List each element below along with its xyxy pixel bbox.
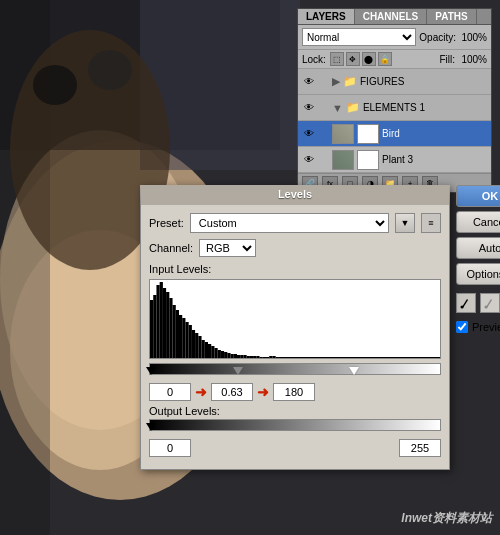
levels-dialog-title: Levels (141, 188, 449, 200)
layer-item-elements1[interactable]: 👁 ▼ 📁 ELEMENTS 1 (298, 95, 491, 121)
svg-rect-29 (208, 344, 211, 358)
input-slider-track[interactable] (149, 363, 441, 375)
lock-dotted-icon[interactable]: ⬚ (330, 52, 344, 66)
output-black-field[interactable] (149, 439, 191, 457)
svg-rect-48 (269, 356, 272, 358)
gamma-slider[interactable] (233, 367, 243, 375)
output-white-field[interactable] (399, 439, 441, 457)
svg-rect-34 (224, 352, 227, 358)
visibility-icon-figures[interactable]: 👁 (302, 75, 316, 89)
svg-rect-30 (211, 346, 214, 358)
levels-dialog-wrapper: Levels Preset: Custom Default Increase C… (140, 185, 500, 470)
svg-rect-50 (276, 357, 279, 358)
opacity-label: Opacity: (419, 32, 456, 43)
watermark: Inwet资料素材站 (401, 510, 492, 527)
tab-channels[interactable]: CHANNELS (355, 9, 428, 24)
preset-label: Preset: (149, 217, 184, 229)
preset-dropdown-arrow[interactable]: ▼ (395, 213, 415, 233)
svg-rect-25 (195, 333, 198, 358)
layer-mask-bird (357, 124, 379, 144)
gray-eyedropper-btn[interactable] (480, 293, 500, 313)
layers-tabs: LAYERS CHANNELS PATHS (298, 9, 491, 25)
visibility-icon-plant3[interactable]: 👁 (302, 153, 316, 167)
layer-name-figures: FIGURES (360, 76, 487, 87)
svg-rect-23 (189, 325, 192, 358)
layers-controls: Normal Opacity: 100% (298, 25, 491, 50)
channel-select[interactable]: RGB Red Green Blue (199, 239, 256, 257)
svg-point-53 (485, 306, 488, 309)
preset-select[interactable]: Custom Default Increase Contrast 1 Light… (190, 213, 389, 233)
svg-rect-40 (243, 355, 246, 358)
options-button[interactable]: Options... (456, 263, 500, 285)
input-white-field[interactable] (273, 383, 315, 401)
black-point-slider[interactable] (146, 367, 156, 375)
svg-rect-26 (198, 336, 201, 358)
black-eyedropper-btn[interactable] (456, 293, 476, 313)
visibility-icon-bird[interactable]: 👁 (302, 127, 316, 141)
lock-row: Lock: ⬚ ✥ ⬤ 🔒 Fill: 100% (298, 50, 491, 69)
input-black-field[interactable] (149, 383, 191, 401)
histogram-area (149, 279, 441, 359)
arrow-black-to-gamma: ➜ (195, 384, 207, 400)
blend-mode-select[interactable]: Normal (302, 28, 416, 46)
svg-rect-31 (214, 348, 217, 358)
fill-label: Fill: (439, 54, 455, 65)
svg-rect-44 (256, 356, 259, 358)
svg-rect-14 (160, 282, 163, 358)
output-slider-track[interactable] (149, 419, 441, 431)
svg-rect-39 (240, 355, 243, 358)
input-gamma-field[interactable] (211, 383, 253, 401)
folder-figures: 📁 (343, 75, 357, 88)
layer-name-plant3: Plant 3 (382, 154, 487, 165)
channel-label: Channel: (149, 242, 193, 254)
ok-button[interactable]: OK (456, 185, 500, 207)
svg-rect-36 (231, 354, 234, 358)
preview-row: Preview (456, 321, 500, 333)
svg-rect-28 (205, 342, 208, 358)
preset-options-icon[interactable]: ≡ (421, 213, 441, 233)
output-slider-container (149, 419, 441, 435)
svg-rect-12 (153, 295, 156, 358)
layer-item-figures[interactable]: 👁 ▶ 📁 FIGURES (298, 69, 491, 95)
cancel-button[interactable]: Cancel (456, 211, 500, 233)
lock-icons: ⬚ ✥ ⬤ 🔒 (330, 52, 392, 66)
svg-rect-13 (156, 285, 159, 358)
folder-elements1: 📁 (346, 101, 360, 114)
svg-rect-24 (192, 330, 195, 358)
svg-rect-17 (169, 298, 172, 358)
levels-main-panel: Levels Preset: Custom Default Increase C… (140, 185, 450, 470)
layer-mask-plant3 (357, 150, 379, 170)
svg-rect-47 (266, 357, 269, 358)
opacity-value: 100% (459, 32, 487, 43)
svg-rect-27 (202, 340, 205, 358)
arrow-gamma-to-white: ➜ (257, 384, 269, 400)
white-point-slider[interactable] (349, 367, 359, 375)
svg-rect-42 (250, 356, 253, 358)
auto-button[interactable]: Auto (456, 237, 500, 259)
input-values-row: ➜ ➜ (149, 383, 441, 401)
levels-dialog-body: Preset: Custom Default Increase Contrast… (141, 205, 449, 469)
svg-rect-11 (150, 300, 153, 358)
svg-rect-35 (227, 353, 230, 358)
preview-checkbox[interactable] (456, 321, 468, 333)
tab-layers[interactable]: LAYERS (298, 9, 355, 24)
svg-rect-49 (272, 356, 275, 358)
svg-rect-18 (173, 305, 176, 358)
preview-label: Preview (472, 321, 500, 333)
output-values-row (149, 439, 441, 457)
lock-move-icon[interactable]: ✥ (346, 52, 360, 66)
svg-rect-41 (247, 356, 250, 358)
visibility-icon-elements1[interactable]: 👁 (302, 101, 316, 115)
svg-point-8 (33, 65, 77, 105)
svg-rect-45 (260, 357, 263, 358)
tab-paths[interactable]: PATHS (427, 9, 476, 24)
layer-thumb-bird (332, 124, 354, 144)
svg-rect-51 (279, 357, 440, 358)
eyedropper-row (456, 293, 500, 313)
lock-paint-icon[interactable]: ⬤ (362, 52, 376, 66)
output-black-slider[interactable] (146, 423, 156, 431)
layer-item-plant3[interactable]: 👁 Plant 3 (298, 147, 491, 173)
lock-all-icon[interactable]: 🔒 (378, 52, 392, 66)
svg-rect-33 (221, 351, 224, 358)
layer-item-bird[interactable]: 👁 Bird (298, 121, 491, 147)
